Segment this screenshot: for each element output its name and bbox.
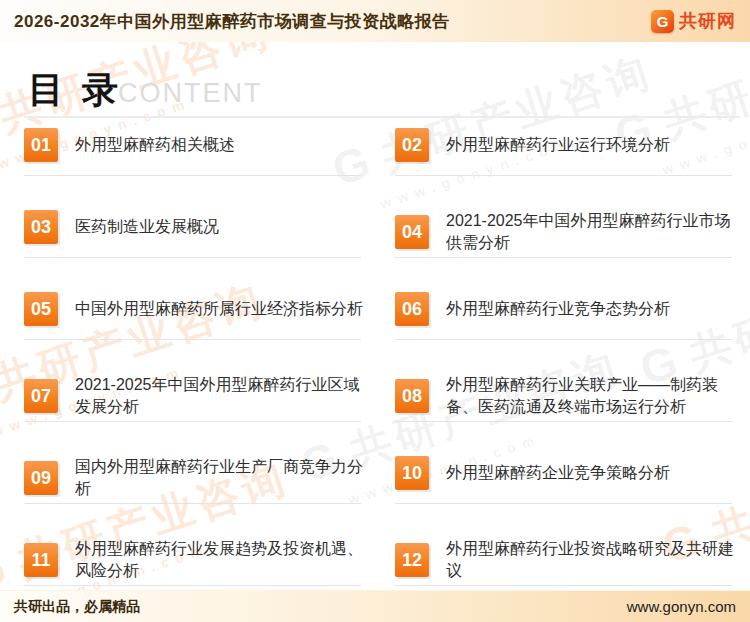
item-divider [24, 257, 361, 258]
footer-slogan: 共研出品，必属精品 [14, 598, 140, 616]
toc-item-label: 中国外用型麻醉药所属行业经济指标分析 [75, 298, 363, 320]
toc-item-number-badge: 04 [395, 215, 429, 249]
toc-heading-rule [24, 116, 740, 118]
item-divider [24, 421, 361, 422]
toc-item-label: 2021-2025年中国外用型麻醉药行业市场供需分析 [446, 210, 734, 254]
toc-item-01[interactable]: 01 外用型麻醉药相关概述 [24, 125, 363, 207]
toc-item-number-badge: 09 [24, 461, 58, 495]
item-divider [395, 585, 732, 586]
footer-bar: 共研出品，必属精品 www.gonyn.com [0, 590, 750, 622]
toc-title-zh: 目 录 [28, 66, 122, 115]
toc-item-number-badge: 11 [24, 543, 58, 577]
toc-item-02[interactable]: 02 外用型麻醉药行业运行环境分析 [395, 125, 734, 207]
toc-item-label: 2021-2025年中国外用型麻醉药行业区域发展分析 [75, 374, 363, 418]
toc-item-number-badge: 10 [395, 456, 429, 490]
report-toc-page: G共研产业咨询 www.gonyn.com G共研产业咨询 www.gonyn.… [0, 0, 750, 622]
item-divider [24, 585, 361, 586]
toc-item-label: 外用型麻醉药相关概述 [75, 134, 235, 156]
toc-item-number-badge: 02 [395, 128, 429, 162]
toc-item-10[interactable]: 10 外用型麻醉药企业竞争策略分析 [395, 453, 734, 535]
toc-item-number-badge: 06 [395, 292, 429, 326]
toc-item-09[interactable]: 09 国内外用型麻醉药行业生产厂商竞争力分析 [24, 453, 363, 535]
item-divider [395, 257, 732, 258]
toc-item-07[interactable]: 07 2021-2025年中国外用型麻醉药行业区域发展分析 [24, 371, 363, 453]
item-divider [395, 339, 732, 340]
toc-item-05[interactable]: 05 中国外用型麻醉药所属行业经济指标分析 [24, 289, 363, 371]
toc-item-06[interactable]: 06 外用型麻醉药行业竞争态势分析 [395, 289, 734, 371]
toc-item-number-badge: 12 [395, 543, 429, 577]
toc-item-04[interactable]: 04 2021-2025年中国外用型麻醉药行业市场供需分析 [395, 207, 734, 289]
item-divider [24, 503, 361, 504]
toc-item-03[interactable]: 03 医药制造业发展概况 [24, 207, 363, 289]
item-divider [24, 175, 361, 176]
toc-item-label: 医药制造业发展概况 [75, 216, 219, 238]
brand-logo[interactable]: G 共研网 [651, 9, 736, 33]
toc-item-label: 外用型麻醉药行业竞争态势分析 [446, 298, 670, 320]
toc-item-label: 外用型麻醉药行业关联产业——制药装备、医药流通及终端市场运行分析 [446, 374, 734, 418]
toc-item-number-badge: 05 [24, 292, 58, 326]
toc-item-label: 外用型麻醉药行业运行环境分析 [446, 134, 670, 156]
toc-item-label: 外用型麻醉药行业投资战略研究及共研建议 [446, 538, 734, 582]
item-divider [395, 175, 732, 176]
item-divider [24, 339, 361, 340]
toc-item-number-badge: 03 [24, 210, 58, 244]
footer-site-url[interactable]: www.gonyn.com [627, 598, 736, 615]
brand-g-icon: G [651, 10, 674, 33]
toc-list: 01 外用型麻醉药相关概述 02 外用型麻醉药行业运行环境分析 03 医药制造业… [24, 125, 734, 617]
toc-item-number-badge: 08 [395, 379, 429, 413]
brand-name: 共研网 [679, 9, 736, 33]
report-title: 2026-2032年中国外用型麻醉药市场调查与投资战略报告 [14, 10, 450, 33]
toc-heading: 目 录 CONTENT [28, 66, 263, 115]
toc-item-label: 国内外用型麻醉药行业生产厂商竞争力分析 [75, 456, 363, 500]
toc-item-label: 外用型麻醉药企业竞争策略分析 [446, 462, 670, 484]
toc-item-number-badge: 01 [24, 128, 58, 162]
toc-item-label: 外用型麻醉药行业发展趋势及投资机遇、风险分析 [75, 538, 363, 582]
item-divider [395, 421, 732, 422]
toc-item-08[interactable]: 08 外用型麻醉药行业关联产业——制药装备、医药流通及终端市场运行分析 [395, 371, 734, 453]
toc-item-number-badge: 07 [24, 379, 58, 413]
item-divider [395, 503, 732, 504]
toc-title-en: CONTENT [118, 78, 263, 109]
header-bar: 2026-2032年中国外用型麻醉药市场调查与投资战略报告 G 共研网 [0, 0, 750, 42]
